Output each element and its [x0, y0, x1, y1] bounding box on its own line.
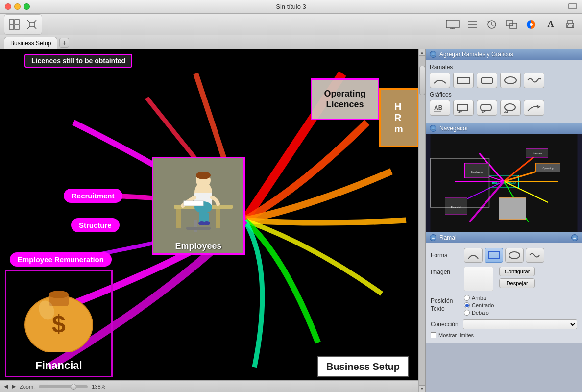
despejar-button[interactable]: Despejar [499, 278, 535, 288]
svg-rect-3 [15, 25, 19, 29]
grid-view-button[interactable] [6, 17, 22, 32]
arriba-label: Arriba [472, 295, 486, 301]
present-button[interactable] [445, 17, 461, 32]
svg-rect-18 [176, 209, 181, 228]
svg-rect-20 [194, 220, 197, 232]
financial-box[interactable]: $ Financial [5, 270, 113, 377]
arrow-line-btn[interactable] [524, 100, 544, 116]
ramales-shapes-row [430, 73, 578, 88]
ramal-collapse-btn[interactable]: – [430, 234, 436, 241]
business-setup-label: Business Setup [326, 361, 400, 372]
debajo-radio[interactable]: Debajo [464, 310, 494, 316]
svg-text:Operating: Operating [543, 167, 554, 170]
svg-rect-19 [216, 209, 220, 228]
print-button[interactable] [562, 17, 578, 32]
posicion-radio-group: Arriba Centrado Debajo [464, 295, 494, 316]
zoom-thumb[interactable] [71, 384, 76, 390]
rounded-rect-shape-btn[interactable] [477, 73, 497, 88]
media-button[interactable] [504, 17, 519, 32]
employee-remuneration-node[interactable]: Employee Remuneration [10, 252, 112, 267]
bubble-rect-btn[interactable] [453, 100, 474, 116]
fit-view-button[interactable] [24, 17, 40, 32]
vertical-scrollbar[interactable]: ▲ ▼ [418, 49, 425, 392]
forma-rect-btn[interactable] [485, 248, 503, 263]
coneccion-label: Conección [431, 321, 460, 328]
configurar-button[interactable]: Configurar [499, 267, 535, 276]
svg-rect-15 [568, 25, 573, 27]
scroll-up-arrow[interactable]: ▲ [419, 49, 426, 56]
ramales-label: Ramales [430, 64, 578, 71]
font-button[interactable]: A [543, 17, 558, 32]
minimize-button[interactable] [14, 3, 21, 10]
financial-label: Financial [35, 359, 82, 376]
svg-point-72 [509, 252, 520, 259]
prev-arrow[interactable]: ◀ [4, 383, 8, 390]
color-button[interactable] [523, 17, 539, 32]
line-shape-btn[interactable] [430, 73, 450, 88]
ramal-header: – Ramal – [426, 232, 582, 243]
history-button[interactable] [484, 17, 500, 32]
squiggle-shape-btn[interactable] [524, 73, 544, 88]
forma-curve-btn[interactable] [464, 248, 483, 263]
oval-shape-btn[interactable] [500, 73, 521, 88]
recruitment-node[interactable]: Recruitment [64, 189, 122, 203]
ramal-header-label: Ramal [439, 234, 457, 241]
operating-licences-box[interactable]: OperatingLicences [311, 78, 379, 120]
debajo-radio-circle[interactable] [464, 310, 470, 316]
scroll-down-arrow[interactable]: ▼ [419, 385, 426, 392]
ramal-expand-btn[interactable]: – [571, 234, 578, 241]
svg-rect-71 [488, 252, 499, 259]
svg-rect-39 [481, 77, 493, 84]
close-button[interactable] [5, 3, 11, 10]
posicion-texto-row: Posición Texto Arriba Centrado Debajo [431, 295, 577, 316]
mostrar-limites-row[interactable]: Mostrar límites [431, 332, 577, 338]
text-shape-btn[interactable]: AB [430, 100, 450, 116]
coneccion-select[interactable]: —————— [463, 319, 577, 329]
arriba-radio-circle[interactable] [464, 295, 470, 301]
svg-point-31 [203, 221, 210, 225]
centrado-radio-circle[interactable] [464, 302, 470, 308]
business-setup-box[interactable]: Business Setup [317, 356, 409, 377]
next-arrow[interactable]: ▶ [12, 383, 16, 390]
svg-rect-1 [15, 20, 19, 24]
svg-rect-38 [458, 77, 469, 84]
forma-wave-btn[interactable] [526, 248, 544, 263]
svg-rect-2 [9, 25, 14, 29]
scroll-thumb[interactable] [419, 66, 425, 95]
bubble-rounded-btn[interactable] [477, 100, 497, 116]
employee-remuneration-label: Employee Remuneration [18, 255, 104, 264]
svg-rect-69 [499, 197, 526, 220]
structure-node[interactable]: Structure [71, 218, 120, 232]
navegador-collapse-btn[interactable]: – [430, 125, 436, 132]
forma-buttons [464, 248, 544, 263]
add-tab-button[interactable]: + [59, 38, 69, 48]
canvas-area[interactable]: Licences still to be obtainted Operating… [0, 49, 418, 392]
zoom-slider[interactable] [39, 385, 88, 388]
list-button[interactable] [464, 17, 480, 32]
svg-rect-0 [9, 20, 14, 24]
restore-area [568, 2, 577, 11]
arriba-radio[interactable]: Arriba [464, 295, 494, 301]
thought-bubble-btn[interactable] [500, 100, 521, 116]
window-controls[interactable] [5, 3, 30, 10]
svg-rect-21 [186, 227, 211, 230]
rect-shape-btn[interactable] [453, 73, 474, 88]
mostrar-limites-checkbox[interactable] [431, 332, 436, 338]
operating-licences-label: OperatingLicences [324, 89, 365, 110]
svg-rect-5 [446, 20, 459, 28]
employees-label: Employees [173, 239, 223, 253]
navigator-preview[interactable]: Business Setup Licences Op [426, 134, 582, 232]
recruitment-label: Recruitment [72, 192, 115, 200]
navigator-map: Business Setup Licences Op [426, 134, 582, 232]
tab-label: Business Setup [10, 40, 51, 47]
employee-illustration [159, 161, 238, 234]
forma-oval-btn[interactable] [505, 248, 524, 263]
centrado-radio[interactable]: Centrado [464, 302, 494, 308]
graficos-shapes-row: AB [430, 100, 578, 116]
tab-business-setup[interactable]: Business Setup [4, 37, 57, 49]
ramales-collapse-btn[interactable]: – [430, 51, 436, 58]
main-area: Licences still to be obtainted Operating… [0, 49, 582, 392]
maximize-button[interactable] [24, 3, 30, 10]
svg-point-13 [530, 23, 533, 26]
employees-box[interactable]: Employees [152, 157, 245, 255]
